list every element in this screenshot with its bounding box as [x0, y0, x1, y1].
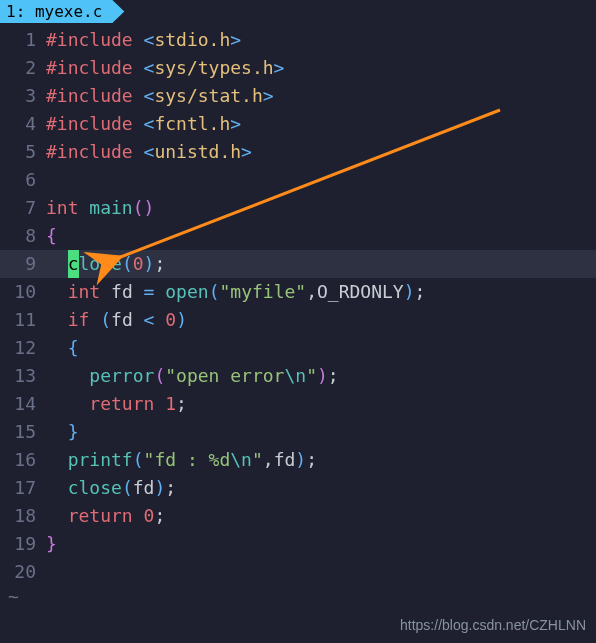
- code-line: 11 if (fd < 0): [0, 306, 596, 334]
- code-content: return 1;: [46, 390, 596, 418]
- line-number: 10: [0, 278, 46, 306]
- code-line: 17 close(fd);: [0, 474, 596, 502]
- line-number: 13: [0, 362, 46, 390]
- line-number: 6: [0, 166, 46, 194]
- code-line: 3 #include <sys/stat.h>: [0, 82, 596, 110]
- line-number: 18: [0, 502, 46, 530]
- tab-index: 1:: [6, 2, 25, 21]
- code-content: {: [46, 334, 596, 362]
- code-line: 20: [0, 558, 596, 586]
- line-number: 15: [0, 418, 46, 446]
- code-content: perror("open error\n");: [46, 362, 596, 390]
- code-line: 12 {: [0, 334, 596, 362]
- line-number: 20: [0, 558, 46, 586]
- code-content: }: [46, 418, 596, 446]
- code-content: #include <sys/types.h>: [46, 54, 596, 82]
- code-content: #include <unistd.h>: [46, 138, 596, 166]
- tab-bar: 1: myexe.c: [0, 0, 596, 24]
- code-line: 18 return 0;: [0, 502, 596, 530]
- code-line: 7 int main(): [0, 194, 596, 222]
- line-number: 16: [0, 446, 46, 474]
- code-line: 2 #include <sys/types.h>: [0, 54, 596, 82]
- code-content: int main(): [46, 194, 596, 222]
- code-line-current: 9 close(0);: [0, 250, 596, 278]
- line-number: 5: [0, 138, 46, 166]
- code-content: return 0;: [46, 502, 596, 530]
- code-line: 6: [0, 166, 596, 194]
- line-number: 9: [0, 250, 46, 278]
- code-editor[interactable]: 1 #include <stdio.h> 2 #include <sys/typ…: [0, 24, 596, 586]
- code-line: 8 {: [0, 222, 596, 250]
- code-content: #include <stdio.h>: [46, 26, 596, 54]
- line-number: 14: [0, 390, 46, 418]
- code-content: if (fd < 0): [46, 306, 596, 334]
- code-content: {: [46, 222, 596, 250]
- code-content: printf("fd : %d\n",fd);: [46, 446, 596, 474]
- code-line: 13 perror("open error\n");: [0, 362, 596, 390]
- code-line: 10 int fd = open("myfile",O_RDONLY);: [0, 278, 596, 306]
- empty-line-tilde: ~: [2, 586, 19, 607]
- code-content: close(0);: [46, 250, 596, 278]
- file-tab[interactable]: 1: myexe.c: [0, 0, 124, 23]
- line-number: 7: [0, 194, 46, 222]
- tab-filename: myexe.c: [35, 2, 102, 21]
- code-content: int fd = open("myfile",O_RDONLY);: [46, 278, 596, 306]
- code-content: #include <sys/stat.h>: [46, 82, 596, 110]
- code-line: 15 }: [0, 418, 596, 446]
- line-number: 19: [0, 530, 46, 558]
- line-number: 4: [0, 110, 46, 138]
- code-content: #include <fcntl.h>: [46, 110, 596, 138]
- line-number: 8: [0, 222, 46, 250]
- code-line: 14 return 1;: [0, 390, 596, 418]
- line-number: 2: [0, 54, 46, 82]
- code-line: 4 #include <fcntl.h>: [0, 110, 596, 138]
- line-number: 1: [0, 26, 46, 54]
- code-line: 16 printf("fd : %d\n",fd);: [0, 446, 596, 474]
- line-number: 12: [0, 334, 46, 362]
- line-number: 3: [0, 82, 46, 110]
- code-line: 19 }: [0, 530, 596, 558]
- code-content: close(fd);: [46, 474, 596, 502]
- code-content: }: [46, 530, 596, 558]
- line-number: 11: [0, 306, 46, 334]
- cursor: c: [68, 250, 79, 278]
- code-line: 1 #include <stdio.h>: [0, 26, 596, 54]
- code-line: 5 #include <unistd.h>: [0, 138, 596, 166]
- line-number: 17: [0, 474, 46, 502]
- watermark: https://blog.csdn.net/CZHLNN: [400, 617, 586, 633]
